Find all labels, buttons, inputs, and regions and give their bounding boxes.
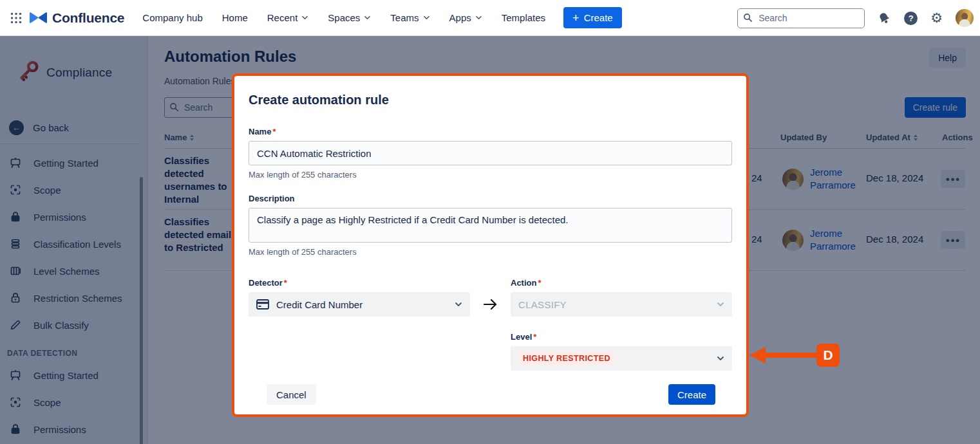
create-button[interactable]: Create: [668, 384, 715, 405]
level-badge: HIGHLY RESTRICTED: [518, 351, 615, 365]
app-switcher-icon[interactable]: [8, 10, 24, 26]
required-asterisk: *: [272, 127, 276, 136]
nav-item-home[interactable]: Home: [222, 12, 248, 23]
level-label: Level*: [511, 332, 732, 342]
nav-item-apps[interactable]: Apps: [449, 12, 482, 23]
description-field-group: Description Classify a page as Highly Re…: [249, 194, 732, 257]
plus-icon: +: [572, 12, 580, 24]
grid-icon: [10, 12, 22, 24]
confluence-logo-icon: [30, 12, 47, 24]
brand-wordmark: Confluence: [52, 10, 124, 26]
help-icon[interactable]: ?: [904, 12, 918, 25]
name-input[interactable]: [249, 141, 732, 165]
annotation-arrow-shaft: [764, 353, 818, 358]
level-row: Level* HIGHLY RESTRICTED: [249, 332, 732, 371]
name-helper-text: Max length of 255 characters: [249, 170, 732, 180]
chevron-down-icon: [475, 15, 482, 20]
notifications-icon[interactable]: [878, 12, 891, 25]
nav-item-company-hub[interactable]: Company hub: [142, 12, 202, 23]
modal-footer: Cancel Create: [249, 384, 732, 405]
modal-title: Create automation rule: [249, 93, 732, 107]
action-select: CLASSIFY: [511, 292, 732, 317]
required-asterisk: *: [538, 278, 541, 288]
nav-item-recent[interactable]: Recent: [267, 12, 309, 23]
required-asterisk: *: [533, 332, 536, 342]
action-label: Action*: [511, 278, 732, 288]
chevron-down-icon: [423, 15, 430, 20]
user-avatar[interactable]: [956, 9, 974, 27]
confluence-brand[interactable]: Confluence: [30, 10, 124, 26]
detector-field-group: Detector* Credit Card Number: [249, 278, 470, 317]
annotation-badge-d: D: [816, 344, 840, 367]
chevron-down-icon: [717, 356, 724, 361]
nav-item-spaces[interactable]: Spaces: [328, 12, 371, 23]
chevron-down-icon: [301, 15, 308, 20]
level-field-group: Level* HIGHLY RESTRICTED: [511, 332, 732, 371]
create-automation-rule-modal: Create automation rule Name* Max length …: [232, 73, 749, 417]
detector-label: Detector*: [249, 278, 470, 288]
required-asterisk: *: [284, 278, 287, 288]
navbar-create-button[interactable]: + Create: [563, 7, 622, 28]
description-label: Description: [249, 194, 732, 203]
search-icon: [743, 13, 753, 23]
settings-gear-icon[interactable]: ⚙: [930, 12, 943, 25]
nav-item-teams[interactable]: Teams: [390, 12, 429, 23]
credit-card-icon: [256, 299, 269, 310]
level-select[interactable]: HIGHLY RESTRICTED: [511, 346, 732, 371]
name-label: Name*: [249, 127, 732, 136]
chevron-down-icon: [364, 15, 371, 20]
flow-arrow-icon: [470, 278, 511, 317]
chevron-down-icon: [717, 302, 724, 307]
top-navbar: Confluence Company hub Home Recent Space…: [0, 0, 980, 36]
name-field-group: Name* Max length of 255 characters: [249, 127, 732, 180]
cancel-button[interactable]: Cancel: [267, 384, 316, 405]
navbar-right: ? ⚙: [737, 0, 974, 36]
description-input[interactable]: Classify a page as Highly Restricted if …: [249, 208, 732, 243]
nav-items: Company hub Home Recent Spaces Teams App…: [142, 12, 545, 23]
detector-action-row: Detector* Credit Card Number Action*: [249, 278, 732, 317]
navbar-search-input[interactable]: [737, 8, 865, 28]
nav-item-templates[interactable]: Templates: [502, 12, 545, 23]
action-field-group: Action* CLASSIFY: [511, 278, 732, 317]
description-helper-text: Max length of 255 characters: [249, 247, 732, 257]
chevron-down-icon: [455, 302, 462, 307]
screen: Confluence Company hub Home Recent Space…: [0, 0, 980, 444]
detector-select[interactable]: Credit Card Number: [249, 292, 470, 317]
